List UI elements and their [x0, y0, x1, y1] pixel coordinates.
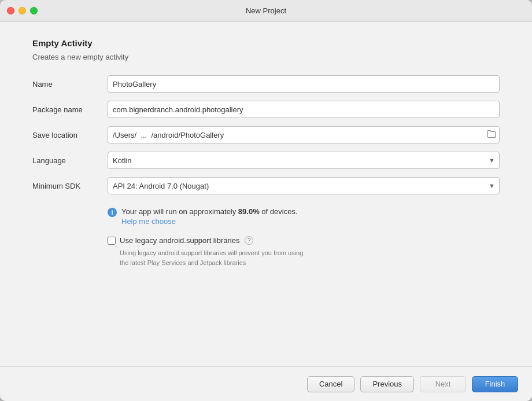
save-location-input[interactable] [108, 126, 500, 144]
app-window: New Project Empty Activity Creates a new… [0, 0, 532, 401]
language-select-wrapper: Kotlin Java ▼ [108, 152, 500, 169]
footer: Cancel Previous Next Finish [0, 366, 532, 401]
legacy-support-help-icon[interactable]: ? [245, 236, 253, 245]
minimum-sdk-select-wrapper: API 24: Android 7.0 (Nougat) API 21: And… [108, 177, 500, 194]
close-button[interactable] [7, 7, 14, 14]
name-row: Name [32, 75, 500, 93]
browse-folder-button[interactable] [487, 130, 496, 140]
legacy-support-desc: Using legacy android.support libraries w… [120, 248, 500, 267]
save-location-row: Save location [32, 126, 500, 144]
section-desc: Creates a new empty activity [32, 53, 500, 61]
next-button[interactable]: Next [420, 376, 466, 392]
main-content: Empty Activity Creates a new empty activ… [0, 22, 532, 366]
name-input[interactable] [108, 75, 500, 93]
minimum-sdk-label: Minimum SDK [32, 182, 108, 190]
maximize-button[interactable] [30, 7, 38, 14]
checkbox-section: Use legacy android.support libraries ? U… [108, 236, 500, 267]
legacy-support-checkbox[interactable] [108, 237, 116, 245]
package-name-label: Package name [32, 105, 108, 114]
language-row: Language Kotlin Java ▼ [32, 152, 500, 169]
package-name-row: Package name [32, 101, 500, 118]
help-me-choose-link[interactable]: Help me choose [121, 217, 298, 226]
info-icon: i [108, 208, 117, 217]
finish-button[interactable]: Finish [472, 376, 518, 392]
title-bar: New Project [0, 0, 532, 22]
info-highlight: 89.0% [238, 207, 260, 216]
minimize-button[interactable] [19, 7, 26, 14]
info-text-block: Your app will run on approximately 89.0%… [121, 207, 298, 226]
language-label: Language [32, 156, 108, 165]
legacy-support-row: Use legacy android.support libraries ? [108, 236, 500, 245]
save-location-label: Save location [32, 131, 108, 139]
traffic-lights [7, 7, 38, 14]
previous-button[interactable]: Previous [360, 376, 414, 392]
name-label: Name [32, 80, 108, 89]
package-name-input[interactable] [108, 101, 500, 118]
cancel-button[interactable]: Cancel [307, 376, 354, 392]
info-text-suffix: of devices. [260, 207, 298, 216]
section-title: Empty Activity [32, 38, 500, 48]
form-area: Name Package name Save location [32, 75, 500, 203]
language-select[interactable]: Kotlin Java [108, 152, 500, 169]
minimum-sdk-select[interactable]: API 24: Android 7.0 (Nougat) API 21: And… [108, 177, 500, 194]
save-location-wrapper [108, 126, 500, 144]
info-text-prefix: Your app will run on approximately [121, 207, 238, 216]
info-section: i Your app will run on approximately 89.… [108, 207, 500, 226]
window-title: New Project [246, 6, 286, 15]
minimum-sdk-row: Minimum SDK API 24: Android 7.0 (Nougat)… [32, 177, 500, 194]
legacy-support-label: Use legacy android.support libraries [120, 236, 239, 245]
